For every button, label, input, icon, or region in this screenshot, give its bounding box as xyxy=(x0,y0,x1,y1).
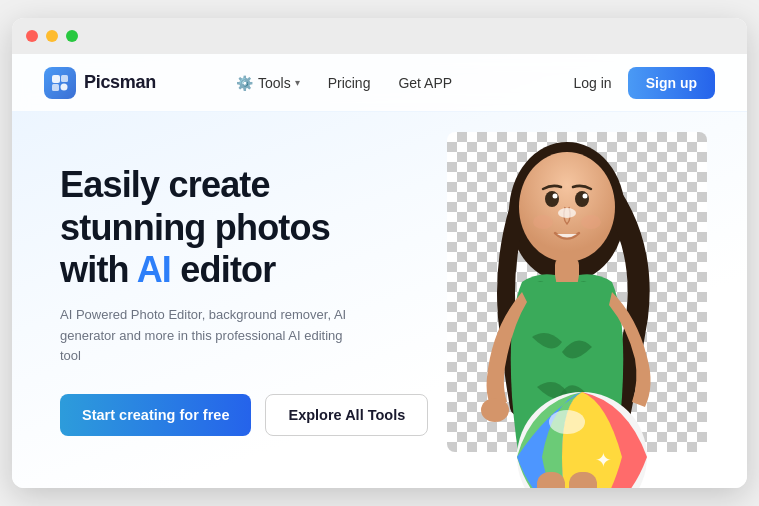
close-button[interactable] xyxy=(26,30,38,42)
svg-point-16 xyxy=(549,410,585,434)
start-creating-button[interactable]: Start creating for free xyxy=(60,394,251,436)
tools-icon: ⚙️ xyxy=(236,74,254,92)
svg-point-13 xyxy=(558,208,576,218)
signup-button[interactable]: Sign up xyxy=(628,67,715,99)
ai-highlight: AI xyxy=(137,249,171,290)
page-content: Picsman ⚙️ Tools ▾ Pricing Get APP Log i… xyxy=(12,54,747,488)
logo-area: Picsman xyxy=(44,67,156,99)
svg-text:✦: ✦ xyxy=(595,449,612,471)
svg-point-14 xyxy=(481,398,509,422)
hero-section: Easily create stunning photos with AI ed… xyxy=(12,112,747,488)
login-button[interactable]: Log in xyxy=(574,75,612,91)
chevron-down-icon: ▾ xyxy=(295,77,300,88)
hero-image-area: ✦ xyxy=(387,112,747,488)
hero-content: Easily create stunning photos with AI ed… xyxy=(60,164,400,436)
hero-subtitle: AI Powered Photo Editor, background remo… xyxy=(60,305,350,365)
svg-point-8 xyxy=(575,191,589,207)
title-bar xyxy=(12,18,747,54)
explore-tools-button[interactable]: Explore All Tools xyxy=(265,394,428,436)
navbar: Picsman ⚙️ Tools ▾ Pricing Get APP Log i… xyxy=(12,54,747,112)
nav-actions: Log in Sign up xyxy=(574,67,715,99)
hero-illustration: ✦ xyxy=(407,117,727,488)
logo-icon xyxy=(44,67,76,99)
svg-point-12 xyxy=(581,215,601,229)
logo-text: Picsman xyxy=(84,72,156,93)
hero-buttons: Start creating for free Explore All Tool… xyxy=(60,394,400,436)
svg-rect-2 xyxy=(52,84,59,91)
browser-window: Picsman ⚙️ Tools ▾ Pricing Get APP Log i… xyxy=(12,18,747,488)
nav-pricing[interactable]: Pricing xyxy=(328,75,371,91)
nav-links: ⚙️ Tools ▾ Pricing Get APP xyxy=(236,74,574,92)
svg-rect-0 xyxy=(52,75,60,83)
hero-title: Easily create stunning photos with AI ed… xyxy=(60,164,400,291)
svg-point-10 xyxy=(583,194,588,199)
svg-point-11 xyxy=(533,215,553,229)
nav-getapp[interactable]: Get APP xyxy=(398,75,452,91)
svg-point-7 xyxy=(545,191,559,207)
svg-rect-1 xyxy=(61,75,68,82)
minimize-button[interactable] xyxy=(46,30,58,42)
svg-point-6 xyxy=(519,152,615,262)
svg-point-3 xyxy=(61,83,68,90)
nav-tools[interactable]: ⚙️ Tools ▾ xyxy=(236,74,300,92)
maximize-button[interactable] xyxy=(66,30,78,42)
svg-point-9 xyxy=(553,194,558,199)
